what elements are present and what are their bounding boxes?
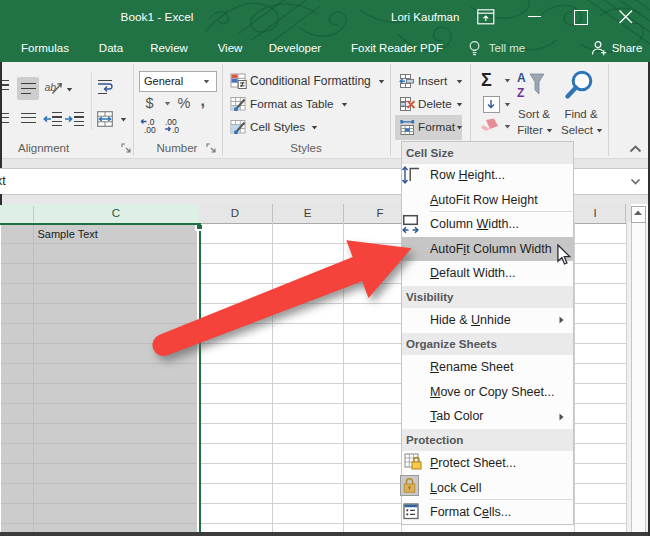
svg-text:.0: .0 <box>172 125 179 135</box>
svg-text:Z: Z <box>517 86 524 100</box>
svg-text:A: A <box>517 71 526 85</box>
svg-text:.00: .00 <box>144 125 156 135</box>
